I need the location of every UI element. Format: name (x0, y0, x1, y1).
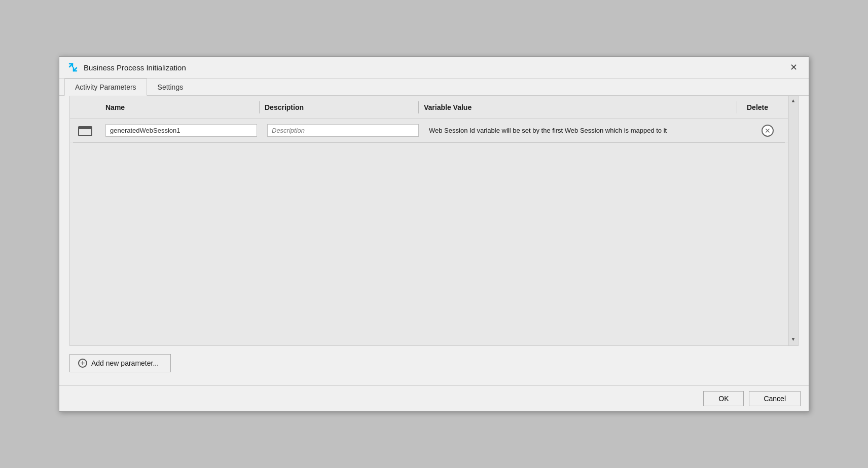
dialog: Business Process Initialization ✕ Activi… (59, 56, 809, 412)
tabs: Activity Parameters Settings (59, 79, 809, 96)
variable-value-cell: Web Session Id variable will be set by t… (424, 124, 747, 137)
scrollbar: ▼ (788, 119, 798, 345)
cancel-button[interactable]: Cancel (749, 391, 801, 406)
row-icon (70, 123, 100, 139)
delete-cell: ✕ (747, 123, 788, 139)
title-bar: Business Process Initialization ✕ (59, 57, 809, 79)
description-cell (262, 122, 424, 139)
browser-window-icon (78, 125, 93, 137)
col-header-name: Name (100, 101, 260, 113)
description-input[interactable] (267, 124, 419, 137)
title-bar-left: Business Process Initialization (67, 62, 186, 73)
add-param-label: Add new parameter... (91, 359, 159, 367)
col-header-delete: Delete (737, 101, 778, 113)
scroll-up-arrow[interactable]: ▲ (791, 96, 796, 105)
tab-activity-parameters[interactable]: Activity Parameters (64, 79, 147, 96)
variable-value-text: Web Session Id variable will be set by t… (429, 127, 667, 134)
add-circle-icon: + (78, 359, 87, 368)
col-header-description: Description (260, 101, 419, 113)
tab-settings[interactable]: Settings (147, 79, 194, 96)
dialog-title: Business Process Initialization (84, 63, 186, 72)
add-param-area: + Add new parameter... (64, 346, 804, 380)
app-icon (67, 62, 79, 73)
footer: OK Cancel (59, 385, 809, 411)
col-header-icon (70, 101, 100, 113)
empty-space (70, 143, 788, 345)
ok-button[interactable]: OK (703, 391, 744, 406)
name-cell (100, 122, 262, 139)
table-header: Name Description Variable Value Delete (70, 96, 788, 119)
name-input[interactable] (105, 124, 257, 137)
content-area: Name Description Variable Value Delete ▲ (69, 96, 799, 346)
close-button[interactable]: ✕ (787, 62, 801, 73)
table-row: Web Session Id variable will be set by t… (70, 119, 788, 142)
add-new-parameter-button[interactable]: + Add new parameter... (69, 354, 171, 372)
scroll-down-arrow[interactable]: ▼ (791, 335, 796, 343)
delete-button[interactable]: ✕ (762, 125, 774, 137)
col-header-variable-value: Variable Value (419, 101, 737, 113)
svg-rect-1 (79, 127, 92, 129)
